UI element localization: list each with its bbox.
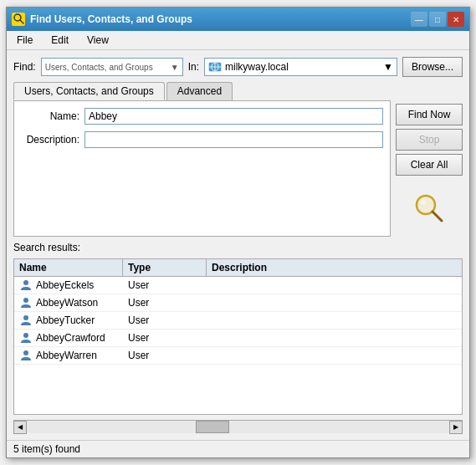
svg-point-14	[23, 350, 28, 355]
find-label: Find:	[13, 61, 36, 73]
menu-edit[interactable]: Edit	[46, 33, 74, 48]
user-icon	[19, 296, 33, 309]
content-area: Find: Users, Contacts, and Groups ▼ In: …	[7, 50, 469, 440]
right-panel: Find Now Stop Clear All	[396, 82, 463, 237]
description-input[interactable]	[84, 131, 383, 148]
title-controls: — □ ✕	[411, 12, 464, 27]
svg-point-13	[23, 333, 28, 338]
horizontal-scrollbar[interactable]: ◀ ▶	[13, 420, 463, 433]
left-panel: Users, Contacts, and Groups Advanced Nam…	[13, 82, 391, 237]
maximize-button[interactable]: □	[429, 12, 446, 27]
window-title: Find Users, Contacts, and Groups	[30, 13, 192, 25]
menu-file[interactable]: File	[12, 33, 38, 48]
col-header-name: Name	[14, 259, 123, 276]
find-type-arrow: ▼	[171, 63, 179, 72]
window-icon	[12, 13, 25, 26]
result-type-3: User	[123, 330, 207, 345]
result-desc-1	[207, 301, 462, 304]
name-row: Name:	[21, 108, 383, 125]
find-type-value: Users, Contacts, and Groups	[45, 63, 153, 72]
result-desc-4	[207, 354, 462, 357]
clear-all-button[interactable]: Clear All	[396, 154, 463, 176]
result-desc-2	[207, 319, 462, 322]
tab-advanced[interactable]: Advanced	[166, 82, 233, 100]
description-label: Description:	[21, 134, 79, 146]
tabs-area: Users, Contacts, and Groups Advanced Nam…	[13, 82, 463, 237]
stop-button[interactable]: Stop	[396, 129, 463, 151]
search-results-label: Search results:	[13, 242, 463, 253]
domain-value: milkyway.local	[225, 61, 289, 73]
title-bar-left: Find Users, Contacts, and Groups	[12, 13, 192, 26]
scroll-left-button[interactable]: ◀	[13, 421, 27, 434]
magnifier-icon	[412, 192, 446, 225]
table-row[interactable]: AbbeyCrawford User	[14, 330, 462, 347]
tab-bar: Users, Contacts, and Groups Advanced	[13, 82, 391, 100]
find-type-dropdown[interactable]: Users, Contacts, and Groups ▼	[41, 58, 183, 76]
tab-content: Name: Description:	[13, 100, 391, 237]
result-type-1: User	[123, 295, 207, 310]
tab-users-contacts[interactable]: Users, Contacts, and Groups	[13, 82, 165, 100]
scroll-thumb[interactable]	[196, 421, 229, 433]
user-icon	[19, 278, 33, 292]
user-icon	[19, 331, 33, 345]
svg-point-10	[23, 280, 28, 285]
user-icon	[19, 314, 33, 327]
result-type-0: User	[123, 278, 207, 293]
table-row[interactable]: AbbeyWarren User	[14, 347, 462, 365]
user-icon	[19, 349, 33, 362]
status-text: 5 item(s) found	[13, 443, 80, 455]
find-row: Find: Users, Contacts, and Groups ▼ In: …	[13, 57, 463, 77]
result-name-3: AbbeyCrawford	[14, 330, 123, 346]
result-desc-0	[207, 284, 462, 287]
svg-point-11	[23, 298, 28, 303]
table-row[interactable]: AbbeyTucker User	[14, 312, 462, 330]
description-row: Description:	[21, 131, 383, 148]
col-header-desc: Description	[207, 259, 462, 276]
scroll-right-button[interactable]: ▶	[449, 421, 463, 434]
domain-dropdown[interactable]: milkyway.local ▼	[204, 58, 397, 76]
result-desc-3	[207, 336, 462, 340]
domain-left: milkyway.local	[208, 60, 289, 74]
col-header-type: Type	[123, 259, 207, 276]
status-bar: 5 item(s) found	[7, 440, 469, 457]
result-name-0: AbbeyEckels	[14, 277, 123, 294]
domain-arrow: ▼	[383, 61, 393, 73]
result-name-4: AbbeyWarren	[14, 347, 123, 364]
domain-icon	[208, 60, 222, 74]
close-button[interactable]: ✕	[448, 12, 464, 27]
result-type-2: User	[123, 313, 207, 328]
results-header: Name Type Description	[14, 259, 462, 277]
menu-bar: File Edit View	[7, 31, 469, 50]
search-icon-area	[396, 179, 463, 237]
svg-point-12	[23, 315, 28, 320]
menu-view[interactable]: View	[82, 33, 114, 48]
in-label: In:	[188, 61, 199, 73]
name-label: Name:	[21, 110, 79, 122]
result-type-4: User	[123, 348, 207, 363]
browse-button[interactable]: Browse...	[402, 57, 463, 77]
result-name-2: AbbeyTucker	[14, 312, 123, 329]
svg-line-8	[432, 212, 442, 221]
main-window: Find Users, Contacts, and Groups — □ ✕ F…	[6, 7, 470, 458]
name-input[interactable]	[84, 108, 383, 125]
find-now-button[interactable]: Find Now	[396, 104, 463, 125]
table-row[interactable]: AbbeyEckels User	[14, 277, 462, 294]
table-row[interactable]: AbbeyWatson User	[14, 294, 462, 312]
svg-line-1	[20, 20, 23, 23]
scroll-track[interactable]	[27, 421, 449, 433]
title-bar: Find Users, Contacts, and Groups — □ ✕	[7, 8, 469, 31]
result-name-1: AbbeyWatson	[14, 294, 123, 311]
results-table: Name Type Description AbbeyEckels User	[13, 258, 463, 415]
minimize-button[interactable]: —	[411, 12, 427, 27]
svg-point-9	[421, 200, 426, 205]
